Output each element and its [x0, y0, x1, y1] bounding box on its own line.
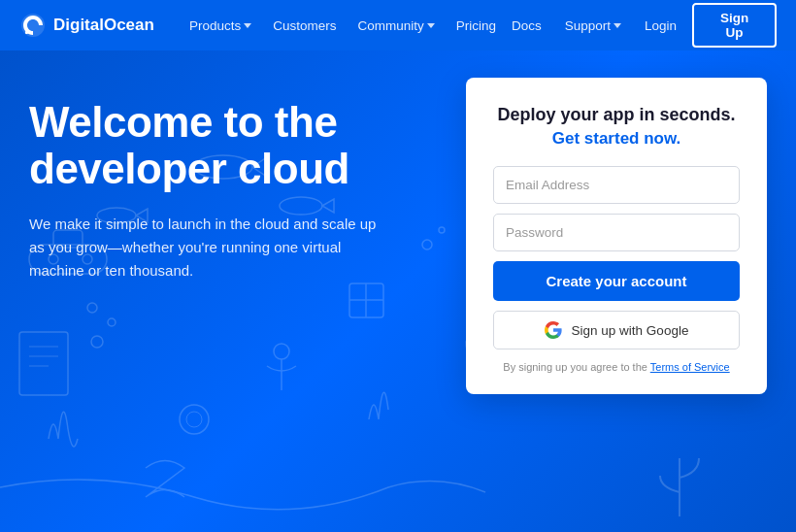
nav-docs[interactable]: Docs [504, 13, 549, 39]
svg-point-16 [87, 303, 97, 313]
terms-text: By signing up you agree to the Terms of … [493, 361, 740, 373]
nav-right: Docs Support Login Sign Up [504, 3, 777, 48]
svg-point-27 [186, 412, 202, 427]
terms-of-service-link[interactable]: Terms of Service [650, 361, 730, 373]
signup-card: Deploy your app in seconds. Get started … [466, 78, 767, 394]
nav-customers[interactable]: Customers [265, 13, 344, 39]
email-input[interactable] [493, 166, 740, 204]
signup-button[interactable]: Sign Up [692, 3, 777, 48]
nav-pricing[interactable]: Pricing [448, 13, 504, 39]
card-title: Deploy your app in seconds. [493, 105, 740, 125]
svg-point-28 [274, 344, 289, 359]
nav-support[interactable]: Support [557, 13, 629, 39]
svg-rect-2 [25, 31, 28, 34]
hero-content: Welcome to the developer cloud We make i… [29, 99, 408, 283]
svg-point-26 [180, 405, 209, 434]
nav-login[interactable]: Login [637, 13, 684, 39]
chevron-down-icon [244, 23, 251, 28]
chevron-down-icon [427, 23, 435, 28]
password-input[interactable] [493, 214, 740, 251]
nav-links: Products Customers Community Pricing [182, 13, 504, 39]
hero-title: Welcome to the developer cloud [29, 99, 408, 193]
create-account-button[interactable]: Create your account [493, 261, 740, 301]
svg-rect-1 [29, 31, 33, 34]
hero-subtitle: We make it simple to launch in the cloud… [29, 213, 379, 283]
nav-community[interactable]: Community [349, 13, 442, 39]
svg-rect-32 [19, 332, 68, 395]
svg-point-14 [91, 336, 103, 348]
svg-point-17 [422, 240, 432, 249]
nav-products[interactable]: Products [182, 13, 259, 39]
logo[interactable]: DigitalOcean [19, 12, 154, 39]
logo-text: DigitalOcean [53, 16, 154, 35]
google-icon [545, 321, 562, 339]
google-signup-label: Sign up with Google [572, 323, 689, 338]
google-signup-button[interactable]: Sign up with Google [493, 311, 740, 349]
navbar: DigitalOcean Products Customers Communit… [0, 0, 796, 50]
chevron-down-icon [614, 23, 621, 28]
svg-point-15 [108, 318, 116, 326]
svg-point-18 [439, 227, 445, 233]
digitalocean-logo-icon [19, 12, 47, 39]
card-subtitle: Get started now. [493, 129, 740, 149]
hero-section: Welcome to the developer cloud We make i… [0, 50, 796, 532]
